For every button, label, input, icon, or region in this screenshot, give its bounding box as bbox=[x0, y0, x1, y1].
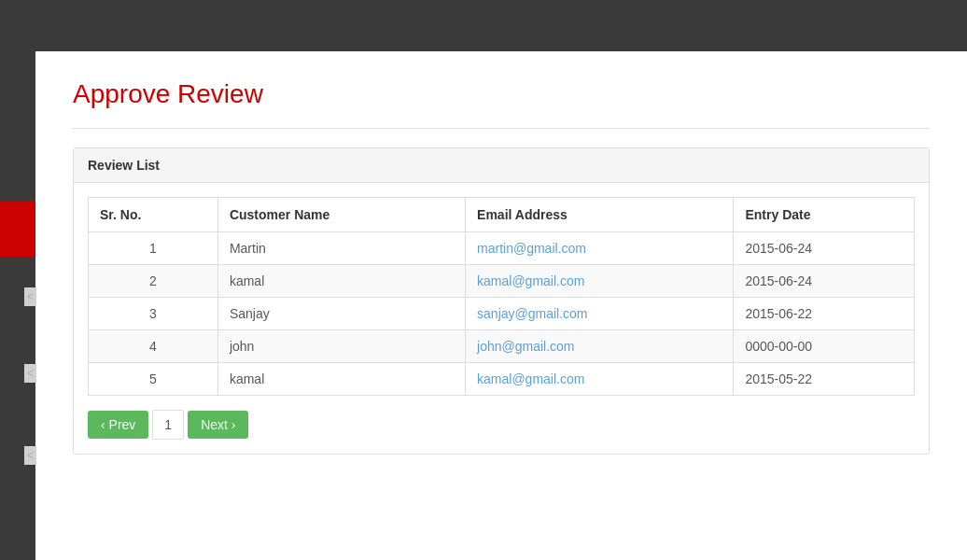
review-list-panel: Review List Sr. No. Customer Name Email … bbox=[73, 147, 930, 455]
cell-email: martin@gmail.com bbox=[466, 232, 734, 265]
table-header-row: Sr. No. Customer Name Email Address Entr… bbox=[89, 198, 915, 232]
cell-sr: 4 bbox=[89, 330, 218, 363]
pagination: ‹ Prev 1 Next › bbox=[88, 410, 915, 440]
email-value: sanjay@gmail.com bbox=[477, 306, 587, 321]
table-row: 3Sanjaysanjay@gmail.com2015-06-22 bbox=[89, 298, 915, 330]
col-header-email: Email Address bbox=[466, 198, 734, 232]
page-number: 1 bbox=[152, 410, 184, 440]
sidebar-red-accent bbox=[0, 201, 35, 257]
table-row: 1Martinmartin@gmail.com2015-06-24 bbox=[89, 232, 915, 265]
next-button[interactable]: Next › bbox=[188, 411, 248, 439]
email-value: kamal@gmail.com bbox=[477, 371, 584, 386]
divider bbox=[73, 128, 930, 129]
cell-name: john bbox=[217, 330, 465, 363]
cell-name: kamal bbox=[217, 363, 465, 396]
main-wrapper: Approve Review Review List Sr. No. Custo… bbox=[35, 51, 967, 560]
review-table: Sr. No. Customer Name Email Address Entr… bbox=[88, 197, 915, 396]
table-row: 4johnjohn@gmail.com0000-00-00 bbox=[89, 330, 915, 363]
email-value: martin@gmail.com bbox=[477, 241, 586, 256]
cell-email: john@gmail.com bbox=[466, 330, 734, 363]
top-bar bbox=[35, 0, 967, 51]
cell-sr: 2 bbox=[89, 265, 218, 298]
table-row: 5kamalkamal@gmail.com2015-05-22 bbox=[89, 363, 915, 396]
sidebar-collapse-2[interactable]: < bbox=[24, 364, 36, 383]
cell-sr: 5 bbox=[89, 363, 218, 396]
panel-header: Review List bbox=[74, 148, 929, 183]
cell-date: 2015-06-24 bbox=[734, 232, 915, 265]
col-header-name: Customer Name bbox=[217, 198, 465, 232]
panel-body: Sr. No. Customer Name Email Address Entr… bbox=[74, 183, 929, 454]
cell-sr: 1 bbox=[89, 232, 218, 265]
page-title: Approve Review bbox=[73, 79, 930, 109]
cell-date: 2015-06-22 bbox=[734, 298, 915, 330]
col-header-sr: Sr. No. bbox=[89, 198, 218, 232]
cell-email: kamal@gmail.com bbox=[466, 265, 734, 298]
sidebar-collapse-1[interactable]: < bbox=[24, 287, 36, 306]
cell-name: kamal bbox=[217, 265, 465, 298]
cell-date: 0000-00-00 bbox=[734, 330, 915, 363]
cell-name: Martin bbox=[217, 232, 465, 265]
cell-email: sanjay@gmail.com bbox=[466, 298, 734, 330]
cell-name: Sanjay bbox=[217, 298, 465, 330]
cell-date: 2015-06-24 bbox=[734, 265, 915, 298]
col-header-date: Entry Date bbox=[734, 198, 915, 232]
table-row: 2kamalkamal@gmail.com2015-06-24 bbox=[89, 265, 915, 298]
sidebar-collapse-3[interactable]: < bbox=[24, 446, 36, 465]
email-value: john@gmail.com bbox=[477, 339, 574, 354]
cell-email: kamal@gmail.com bbox=[466, 363, 734, 396]
cell-sr: 3 bbox=[89, 298, 218, 330]
email-value: kamal@gmail.com bbox=[477, 273, 584, 288]
cell-date: 2015-05-22 bbox=[734, 363, 915, 396]
content-area: Approve Review Review List Sr. No. Custo… bbox=[35, 51, 967, 560]
sidebar-top bbox=[0, 0, 35, 51]
sidebar: < < < bbox=[0, 0, 35, 560]
prev-button[interactable]: ‹ Prev bbox=[88, 411, 148, 439]
